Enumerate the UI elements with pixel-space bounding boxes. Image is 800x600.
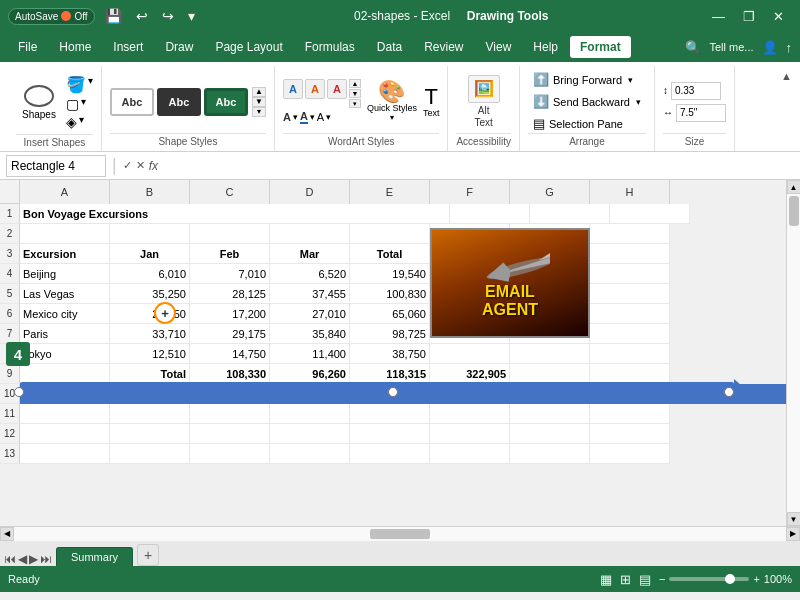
text-effects-dropdown[interactable]: ▾ xyxy=(326,112,331,122)
cell-c13[interactable] xyxy=(190,444,270,464)
cell-b8[interactable]: 12,510 xyxy=(110,344,190,364)
cell-e13[interactable] xyxy=(350,444,430,464)
menu-format[interactable]: Format xyxy=(570,36,631,58)
menu-help[interactable]: Help xyxy=(523,36,568,58)
cell-h11[interactable] xyxy=(590,404,670,424)
tab-nav-first[interactable]: ⏮ xyxy=(4,552,16,566)
cell-h6[interactable] xyxy=(590,304,670,324)
style-box-3[interactable]: Abc xyxy=(204,88,248,116)
cell-d9[interactable]: 96,260 xyxy=(270,364,350,384)
col-header-e[interactable]: E xyxy=(350,180,430,204)
wa-btn-3[interactable]: A xyxy=(327,79,347,99)
style-scroll-down[interactable]: ▼ xyxy=(252,97,266,107)
style-scroll-expand[interactable]: ▾ xyxy=(252,107,266,117)
wa-scroll-up[interactable]: ▲ xyxy=(349,79,361,88)
cell-e4[interactable]: 19,540 xyxy=(350,264,430,284)
send-backward-dropdown[interactable]: ▾ xyxy=(636,97,641,107)
style-box-1[interactable]: Abc xyxy=(110,88,154,116)
col-header-b[interactable]: B xyxy=(110,180,190,204)
shape-outline-icon[interactable]: ▢ xyxy=(66,96,79,112)
cell-d8[interactable]: 11,400 xyxy=(270,344,350,364)
cell-h8[interactable] xyxy=(590,344,670,364)
cell-d2[interactable] xyxy=(270,224,350,244)
wa-scroll-more[interactable]: ▾ xyxy=(349,99,361,108)
cell-a6[interactable]: Mexico city xyxy=(20,304,110,324)
undo-icon[interactable]: ↩ xyxy=(132,6,152,26)
h-scroll-thumb[interactable] xyxy=(370,529,430,539)
col-header-f[interactable]: F xyxy=(430,180,510,204)
send-backward-button[interactable]: ⬇️ Send Backward ▾ xyxy=(528,92,646,111)
cell-g13[interactable] xyxy=(510,444,590,464)
wa-scroll-down[interactable]: ▼ xyxy=(349,89,361,98)
cell-c6[interactable]: 17,200 xyxy=(190,304,270,324)
scroll-up-button[interactable]: ▲ xyxy=(787,180,801,194)
width-input[interactable] xyxy=(676,104,726,122)
cell-c2[interactable] xyxy=(190,224,270,244)
cell-f13[interactable] xyxy=(430,444,510,464)
tab-nav-prev[interactable]: ◀ xyxy=(18,552,27,566)
cell-c7[interactable]: 29,175 xyxy=(190,324,270,344)
menu-file[interactable]: File xyxy=(8,36,47,58)
col-header-g[interactable]: G xyxy=(510,180,590,204)
cell-b13[interactable] xyxy=(110,444,190,464)
cell-d12[interactable] xyxy=(270,424,350,444)
col-header-d[interactable]: D xyxy=(270,180,350,204)
name-box[interactable] xyxy=(6,155,106,177)
menu-view[interactable]: View xyxy=(476,36,522,58)
text-fill-btn[interactable]: A xyxy=(283,111,291,123)
text-btn[interactable]: T Text xyxy=(423,86,440,118)
scroll-down-button[interactable]: ▼ xyxy=(787,512,801,526)
cell-a11[interactable] xyxy=(20,404,110,424)
cell-a9[interactable] xyxy=(20,364,110,384)
menu-data[interactable]: Data xyxy=(367,36,412,58)
cell-b9[interactable]: Total xyxy=(110,364,190,384)
normal-view-button[interactable]: ▦ xyxy=(600,572,612,587)
autosave-toggle[interactable]: AutoSave Off xyxy=(8,8,95,25)
cell-d6[interactable]: 27,010 xyxy=(270,304,350,324)
cell-f9[interactable]: 322,905 xyxy=(430,364,510,384)
cell-b3[interactable]: Jan xyxy=(110,244,190,264)
cell-h3[interactable] xyxy=(590,244,670,264)
more-commands-icon[interactable]: ▾ xyxy=(184,6,199,26)
cell-b6[interactable]: 20,850 xyxy=(110,304,190,324)
cell-c3[interactable]: Feb xyxy=(190,244,270,264)
cell-d5[interactable]: 37,455 xyxy=(270,284,350,304)
alt-text-button[interactable]: 🖼️ AltText xyxy=(459,75,509,129)
cell-d11[interactable] xyxy=(270,404,350,424)
cell-a5[interactable]: Las Vegas xyxy=(20,284,110,304)
cell-b12[interactable] xyxy=(110,424,190,444)
shape-effects-icon[interactable]: ◈ xyxy=(66,114,77,130)
cell-a13[interactable] xyxy=(20,444,110,464)
quick-styles-btn[interactable]: 🎨 Quick Styles ▾ xyxy=(367,81,417,122)
cell-h9[interactable] xyxy=(590,364,670,384)
menu-page-layout[interactable]: Page Layout xyxy=(205,36,292,58)
shape-effects-dropdown[interactable]: ▾ xyxy=(79,114,84,130)
shape-fill-icon[interactable]: 🪣 xyxy=(66,75,86,94)
scroll-left-button[interactable]: ◀ xyxy=(0,527,14,541)
wa-btn-1[interactable]: A xyxy=(283,79,303,99)
cell-c11[interactable] xyxy=(190,404,270,424)
restore-button[interactable]: ❐ xyxy=(735,7,763,26)
cell-a1[interactable]: Bon Voyage Excursions xyxy=(20,204,450,224)
cell-g8[interactable] xyxy=(510,344,590,364)
cell-e11[interactable] xyxy=(350,404,430,424)
cell-h4[interactable] xyxy=(590,264,670,284)
sheet-tab-summary[interactable]: Summary xyxy=(56,547,133,566)
cell-b4[interactable]: 6,010 xyxy=(110,264,190,284)
minimize-button[interactable]: — xyxy=(704,7,733,26)
style-box-2[interactable]: Abc xyxy=(157,88,201,116)
cell-h2[interactable] xyxy=(590,224,670,244)
search-icon[interactable]: 🔍 xyxy=(685,40,701,55)
cell-a7[interactable]: Paris xyxy=(20,324,110,344)
cell-b5[interactable]: 35,250 xyxy=(110,284,190,304)
shape-fill-dropdown[interactable]: ▾ xyxy=(88,75,93,94)
cell-f1[interactable] xyxy=(450,204,530,224)
cell-h1[interactable] xyxy=(610,204,690,224)
cell-h13[interactable] xyxy=(590,444,670,464)
collapse-ribbon-btn[interactable]: ▲ xyxy=(781,70,792,82)
arrow-handle-right[interactable] xyxy=(724,387,734,397)
arrow-handle-left[interactable] xyxy=(14,387,24,397)
cell-f11[interactable] xyxy=(430,404,510,424)
zoom-out-button[interactable]: − xyxy=(659,573,665,585)
close-button[interactable]: ✕ xyxy=(765,7,792,26)
